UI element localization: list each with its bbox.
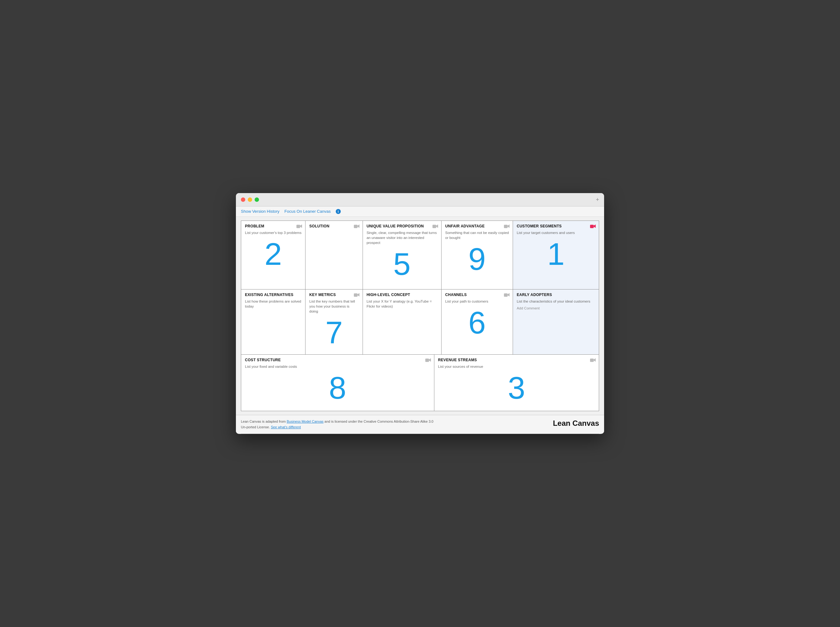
channels-subtitle: List your path to customers [445,299,509,304]
channels-cell[interactable]: CHANNELS List your path to customers 6 [441,290,513,354]
whats-different-link[interactable]: See what's different [271,425,301,429]
uvp-column: UNIQUE VALUE PROPOSITION Single, clear, … [363,221,441,354]
canvas-container: PROBLEM List your customer's top 3 probl… [236,217,604,415]
problem-cell[interactable]: PROBLEM List your customer's top 3 probl… [241,221,305,290]
unfair-advantage-subtitle: Something that can not be easily copied … [445,230,509,240]
cost-structure-subtitle: List your fixed and variable costs [245,364,430,369]
camera-svg-channels [504,293,509,297]
channels-title: CHANNELS [445,293,509,297]
cost-structure-cell[interactable]: COST STRUCTURE List your fixed and varia… [241,354,434,411]
unfair-advantage-cell[interactable]: UNFAIR ADVANTAGE Something that can not … [441,221,513,290]
cost-structure-number: 8 [245,369,430,406]
key-metrics-cell[interactable]: KEY METRICS List the key numbers that te… [306,290,362,354]
camera-icon-revenue[interactable] [590,358,596,363]
svg-rect-14 [425,359,429,362]
customer-segments-number: 1 [517,235,595,273]
svg-marker-3 [357,224,359,228]
info-icon[interactable]: i [336,209,341,214]
key-metrics-title: KEY METRICS [309,293,359,297]
camera-icon-customer[interactable] [590,224,596,229]
svg-rect-12 [590,225,594,228]
version-history-link[interactable]: Show Version History [241,209,280,214]
problem-subtitle: List your customer's top 3 problems [245,230,301,235]
existing-alternatives-cell[interactable]: EXISTING ALTERNATIVES List how these pro… [241,290,305,354]
revenue-streams-number: 3 [438,369,595,406]
camera-icon[interactable] [296,224,302,229]
existing-alternatives-subtitle: List how these problems are solved today [245,299,301,309]
footer-text2: and is licensed under the Creative Commo… [323,419,433,423]
camera-svg-keymetrics [354,293,359,297]
minimize-button[interactable] [248,197,252,202]
cost-structure-title: COST STRUCTURE [245,358,430,362]
camera-icon-keymetrics[interactable] [354,293,359,298]
camera-icon-uvp[interactable] [432,224,438,229]
focus-leaner-link[interactable]: Focus On Leaner Canvas [285,209,331,214]
add-comment-link[interactable]: Add Comment [517,306,595,310]
lower-section: COST STRUCTURE List your fixed and varia… [241,354,599,411]
footer-text1: Lean Canvas is adapted from [241,419,287,423]
unfair-advantage-title: UNFAIR ADVANTAGE [445,224,509,228]
revenue-streams-title: REVENUE STREAMS [438,358,595,362]
problem-number: 2 [245,235,301,273]
uvp-subtitle: Single, clear, compelling message that t… [367,230,438,245]
customer-segments-column: CUSTOMER SEGMENTS List your target custo… [513,221,599,354]
toolbar: Show Version History Focus On Leaner Can… [236,206,604,217]
channels-number: 6 [445,304,509,341]
fullscreen-button[interactable] [255,197,259,202]
app-window: + Show Version History Focus On Leaner C… [236,193,604,434]
unfair-advantage-number: 9 [445,240,509,277]
upper-section: PROBLEM List your customer's top 3 probl… [241,221,599,354]
camera-icon-cost[interactable] [425,358,431,363]
camera-svg [296,224,302,228]
unfair-advantage-column: UNFAIR ADVANTAGE Something that can not … [441,221,513,354]
uvp-title: UNIQUE VALUE PROPOSITION [367,224,438,228]
svg-marker-7 [436,224,438,228]
footer-brand: Lean Canvas [553,419,599,428]
revenue-streams-subtitle: List your sources of revenue [438,364,595,369]
early-adopters-title: EARLY ADOPTERS [517,293,595,297]
svg-marker-1 [300,224,302,228]
business-model-canvas-link[interactable]: Business Model Canvas [287,419,323,423]
key-metrics-number: 7 [309,314,359,351]
uvp-cell[interactable]: UNIQUE VALUE PROPOSITION Single, clear, … [363,221,441,290]
solution-column: SOLUTION KEY METRICS List the key number… [306,221,362,354]
titlebar: + [236,193,604,206]
solution-title: SOLUTION [309,224,359,228]
camera-icon-unfair[interactable] [504,224,509,229]
key-metrics-subtitle: List the key numbers that tell you how y… [309,299,359,314]
customer-segments-cell[interactable]: CUSTOMER SEGMENTS List your target custo… [513,221,599,290]
camera-svg-unfair [504,224,509,228]
high-level-cell[interactable]: HIGH-LEVEL CONCEPT List your X for Y ana… [363,290,441,354]
camera-icon-channels[interactable] [504,293,509,298]
svg-rect-8 [504,225,508,228]
svg-rect-2 [354,225,358,228]
svg-marker-9 [508,224,509,228]
svg-rect-4 [354,293,358,297]
svg-marker-17 [594,358,596,362]
early-adopters-subtitle: List the characteristics of your ideal c… [517,299,595,304]
svg-rect-16 [590,359,594,362]
footer-text: Lean Canvas is adapted from Business Mod… [241,419,433,430]
footer-divider [241,433,599,434]
customer-segments-subtitle: List your target customers and users [517,230,595,235]
revenue-streams-cell[interactable]: REVENUE STREAMS List your sources of rev… [434,354,599,411]
customer-segments-title: CUSTOMER SEGMENTS [517,224,595,228]
lean-canvas-grid: PROBLEM List your customer's top 3 probl… [241,221,599,411]
early-adopters-cell[interactable]: EARLY ADOPTERS List the characteristics … [513,290,599,354]
high-level-title: HIGH-LEVEL CONCEPT [367,293,438,297]
camera-icon-solution[interactable] [354,224,359,229]
camera-svg-solution [354,224,359,228]
camera-svg-revenue [590,358,596,362]
footer: Lean Canvas is adapted from Business Mod… [236,415,604,433]
svg-rect-10 [504,293,508,297]
svg-marker-11 [508,293,509,296]
svg-marker-5 [357,293,359,296]
camera-svg-uvp [432,224,438,228]
uvp-number: 5 [367,245,438,283]
footer-text3: Un-ported License. [241,425,271,429]
existing-alternatives-title: EXISTING ALTERNATIVES [245,293,301,297]
solution-cell[interactable]: SOLUTION [306,221,362,290]
close-button[interactable] [241,197,245,202]
svg-rect-6 [432,225,436,228]
add-tab-button[interactable]: + [596,197,599,202]
